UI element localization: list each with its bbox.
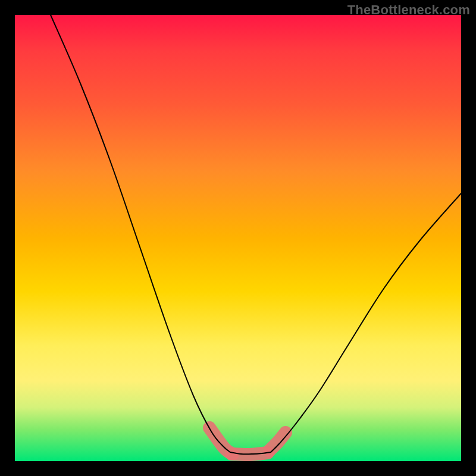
watermark-text: TheBottleneck.com xyxy=(347,2,470,18)
highlight-sausage-right xyxy=(270,433,286,450)
left-curve xyxy=(51,15,230,452)
gradient-plot-area xyxy=(15,15,461,461)
curve-canvas xyxy=(15,15,461,461)
black-frame: TheBottleneck.com xyxy=(0,0,476,476)
right-curve xyxy=(271,193,461,452)
